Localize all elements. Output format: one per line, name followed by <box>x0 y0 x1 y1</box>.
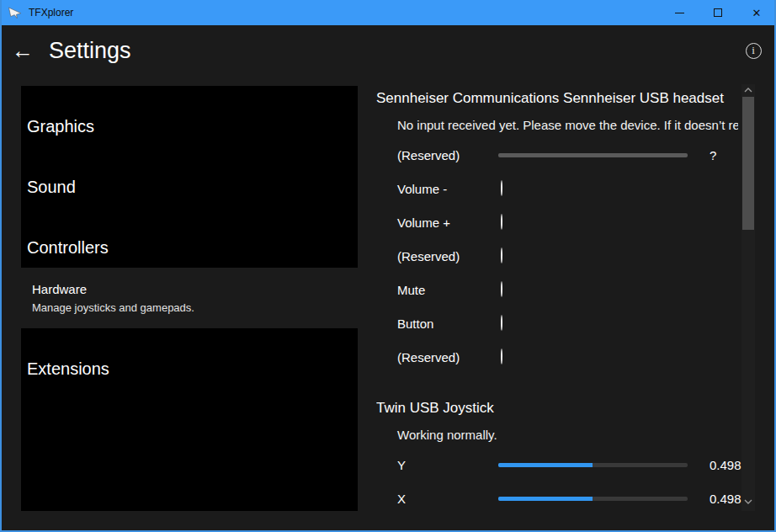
scroll-up-button[interactable] <box>741 84 755 96</box>
device-section-joystick: Twin USB Joystick Working normally. Y 0.… <box>376 394 738 515</box>
nav-item-extensions[interactable]: Extensions <box>27 338 358 399</box>
control-row: Volume - <box>376 172 738 205</box>
window-title: TFXplorer <box>29 7 73 19</box>
button-state-indicator <box>501 281 502 297</box>
button-state-indicator <box>501 180 502 196</box>
settings-nav: Graphics Sound Controllers Hardware Mana… <box>21 86 358 511</box>
vertical-scrollbar[interactable] <box>741 84 755 511</box>
page-title: Settings <box>49 38 131 64</box>
minimize-button[interactable] <box>660 0 699 25</box>
axis-slider-track <box>498 153 688 157</box>
maximize-icon <box>714 8 722 17</box>
control-label: X <box>397 492 498 506</box>
scrollbar-thumb[interactable] <box>742 97 754 230</box>
button-state-indicator <box>501 348 502 364</box>
close-icon: ✕ <box>752 8 762 19</box>
close-button[interactable]: ✕ <box>737 0 776 25</box>
control-row: Button <box>376 306 738 340</box>
maximize-button[interactable] <box>699 0 737 25</box>
device-status: Working normally. <box>376 423 738 448</box>
page-header: ← Settings i <box>0 25 776 76</box>
titlebar: TFXplorer ✕ <box>0 0 776 25</box>
control-label: (Reserved) <box>397 350 498 364</box>
nav-item-sound[interactable]: Sound <box>27 157 358 217</box>
axis-progress-track <box>498 463 688 467</box>
info-button[interactable]: i <box>742 40 764 61</box>
app-jet-icon <box>7 4 24 21</box>
control-label: Button <box>397 317 498 331</box>
control-row: (Reserved) <box>376 340 738 374</box>
control-row: Y 0.498 <box>376 448 738 481</box>
control-row: Volume + <box>376 205 738 239</box>
device-name: Sennheiser Communications Sennheiser USB… <box>376 84 738 113</box>
control-row: Mute <box>376 273 738 306</box>
button-state-indicator <box>501 315 502 331</box>
control-label: Volume - <box>397 182 498 196</box>
control-label: (Reserved) <box>397 249 498 263</box>
control-value: ? <box>688 148 738 162</box>
axis-progress-fill <box>498 497 593 501</box>
button-state-indicator <box>501 214 502 230</box>
minimize-icon <box>675 13 684 13</box>
control-label: Mute <box>397 283 498 297</box>
back-button[interactable]: ← <box>7 35 39 66</box>
control-label: Y <box>397 458 498 472</box>
control-value: 0.498 <box>688 492 741 506</box>
control-row: X 0.498 <box>376 481 738 515</box>
chevron-up-icon <box>744 88 752 93</box>
control-value: 0.498 <box>688 458 741 472</box>
axis-progress-fill <box>498 463 593 467</box>
hardware-devices-panel: Sennheiser Communications Sennheiser USB… <box>376 84 738 515</box>
back-arrow-icon: ← <box>12 38 34 64</box>
control-row: (Reserved) ? <box>376 138 738 172</box>
hardware-title: Hardware <box>32 279 358 300</box>
nav-extensions-box: Extensions <box>21 328 358 511</box>
device-status: No input received yet. Please move the d… <box>376 113 738 138</box>
device-name: Twin USB Joystick <box>376 394 738 423</box>
hardware-description: Manage joysticks and gamepads. <box>32 300 358 317</box>
nav-item-graphics[interactable]: Graphics <box>27 96 358 157</box>
control-label: Volume + <box>397 215 498 230</box>
axis-progress-track <box>498 497 688 501</box>
control-row: (Reserved) <box>376 239 738 273</box>
nav-category-box: Graphics Sound Controllers <box>21 86 358 268</box>
nav-item-controllers[interactable]: Controllers <box>27 217 358 268</box>
info-icon: i <box>746 43 762 59</box>
button-state-indicator <box>501 247 502 263</box>
chevron-down-icon <box>744 499 752 504</box>
nav-item-hardware[interactable]: Hardware Manage joysticks and gamepads. <box>32 279 358 317</box>
scroll-down-button[interactable] <box>741 496 755 508</box>
control-label: (Reserved) <box>397 148 498 162</box>
device-section-headset: Sennheiser Communications Sennheiser USB… <box>376 84 738 374</box>
